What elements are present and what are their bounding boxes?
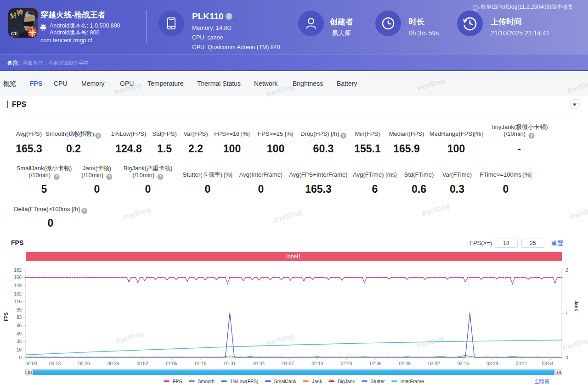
svg-text:33: 33 xyxy=(17,339,22,344)
svg-text:02:10: 02:10 xyxy=(311,361,323,366)
svg-text:83: 83 xyxy=(17,315,22,320)
svg-text:03:02: 03:02 xyxy=(428,361,440,366)
svg-text:132: 132 xyxy=(14,291,22,296)
svg-text:2: 2 xyxy=(565,268,568,273)
svg-text:FPS: FPS xyxy=(4,312,9,321)
svg-text:00:52: 00:52 xyxy=(136,361,148,366)
svg-text:03:15: 03:15 xyxy=(458,361,469,366)
svg-text:03:28: 03:28 xyxy=(486,361,498,366)
svg-text:01:18: 01:18 xyxy=(195,361,206,366)
svg-text:CF: CF xyxy=(11,31,18,36)
svg-text:03:41: 03:41 xyxy=(516,361,527,366)
svg-text:99: 99 xyxy=(17,307,22,312)
svg-text:00:00: 00:00 xyxy=(25,361,37,366)
svg-text:1: 1 xyxy=(565,311,568,316)
svg-text:00:13: 00:13 xyxy=(49,361,61,366)
svg-text:01:05: 01:05 xyxy=(166,361,177,366)
svg-text:02:49: 02:49 xyxy=(399,361,411,366)
svg-text:00:26: 00:26 xyxy=(78,361,90,366)
svg-text:16: 16 xyxy=(17,347,22,352)
svg-text:01:44: 01:44 xyxy=(253,361,265,366)
svg-text:Jank: Jank xyxy=(574,301,579,311)
svg-text:116: 116 xyxy=(14,299,22,304)
svg-text:66: 66 xyxy=(17,323,22,328)
svg-text:01:57: 01:57 xyxy=(283,361,294,366)
svg-text:49: 49 xyxy=(17,331,22,336)
svg-text:166: 166 xyxy=(14,275,22,280)
svg-text:149: 149 xyxy=(14,283,22,288)
svg-text:02:23: 02:23 xyxy=(341,361,352,366)
svg-text:00:39: 00:39 xyxy=(107,361,119,366)
svg-text:02:36: 02:36 xyxy=(370,361,381,366)
svg-text:0: 0 xyxy=(19,355,22,360)
svg-text:03:54: 03:54 xyxy=(542,361,553,366)
svg-text:0: 0 xyxy=(565,355,568,360)
svg-text:01:31: 01:31 xyxy=(224,361,236,366)
svg-text:182: 182 xyxy=(14,268,22,273)
